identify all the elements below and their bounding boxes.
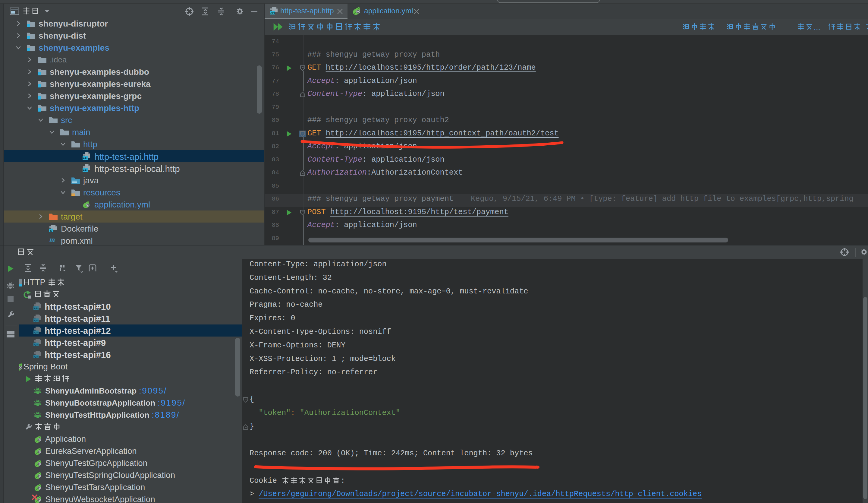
svg-text:API: API (270, 11, 275, 14)
svg-text:API: API (34, 355, 38, 358)
svg-text:D: D (50, 229, 52, 232)
svg-text:API: API (83, 169, 87, 172)
svg-text:API: API (83, 157, 87, 160)
svg-text:API: API (34, 331, 38, 334)
svg-text:m: m (50, 236, 55, 243)
svg-text:API: API (34, 307, 38, 310)
svg-text:API: API (34, 343, 38, 346)
svg-text:API: API (34, 319, 38, 322)
